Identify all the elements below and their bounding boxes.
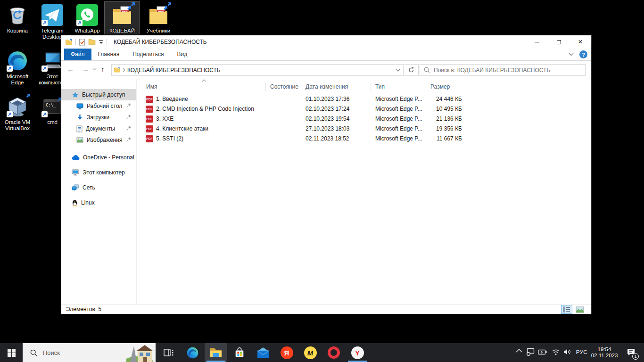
qat-new-folder-button[interactable]: [88, 39, 96, 45]
notification-badge: 1: [632, 353, 639, 360]
window-title: КОДЕБАЙ КИБЕРБЕЗОПАСНОСТЬ: [114, 39, 207, 45]
column-header-modified[interactable]: Дата изменения: [305, 83, 348, 90]
up-button[interactable]: ↑: [101, 65, 105, 74]
desktop-icon-telegram[interactable]: Telegram Desktop: [35, 3, 70, 40]
tray-time: 19:54: [589, 346, 619, 353]
file-size: 19 356 КБ: [409, 125, 462, 132]
volume-icon[interactable]: [563, 348, 571, 355]
file-size: 10 495 КБ: [409, 106, 462, 112]
sidebar-item-label: Этот компьютер: [83, 169, 125, 176]
sidebar-item-linux[interactable]: Linux: [61, 195, 136, 210]
pin-icon: [126, 103, 132, 108]
details-view-button[interactable]: [561, 305, 572, 314]
close-button[interactable]: ×: [570, 35, 591, 49]
thumbnails-view-button[interactable]: [574, 305, 586, 314]
breadcrumb-chevron-icon[interactable]: [123, 68, 125, 72]
explorer-search-input[interactable]: [434, 67, 581, 74]
search-icon: [424, 67, 430, 73]
download-arrow-icon: [76, 114, 83, 121]
sidebar-item-label: Документы: [86, 125, 115, 132]
back-button[interactable]: ←: [67, 65, 74, 74]
column-header-type[interactable]: Тип: [375, 83, 385, 90]
svg-text:C:\_: C:\_: [46, 103, 56, 107]
history-dropdown-icon[interactable]: [92, 68, 97, 71]
sidebar-item-this-pc[interactable]: Этот компьютер: [61, 165, 136, 180]
taskbar-yandex-browser-button[interactable]: Y: [346, 343, 369, 362]
sidebar-item-network[interactable]: Сеть: [61, 180, 136, 195]
sidebar-item-downloads[interactable]: Загрузки: [61, 112, 136, 123]
file-name[interactable]: 5. SSTI (2): [156, 135, 183, 142]
sidebar-item-desktop[interactable]: Рабочий стол: [61, 100, 136, 112]
sidebar-item-label: Загрузки: [87, 114, 109, 121]
desktop-icon-uchebniki[interactable]: PDF Учебники: [141, 3, 176, 34]
qat-properties-button[interactable]: [79, 39, 85, 46]
taskbar-edge-button[interactable]: [181, 343, 204, 362]
desktop-icon-label: Microsoft Edge: [0, 74, 35, 86]
taskbar-search-input[interactable]: [43, 349, 114, 356]
sidebar-item-onedrive[interactable]: OneDrive - Personal: [61, 150, 136, 165]
file-row[interactable]: PDF 4. Клиентские атаки 27.10.2023 18:03…: [137, 124, 591, 134]
tab-view[interactable]: Вид: [170, 49, 194, 60]
refresh-button[interactable]: [405, 64, 419, 76]
file-row[interactable]: PDF 3. XXE 02.10.2023 19:54 Microsoft Ed…: [137, 114, 591, 124]
maximize-button[interactable]: [548, 35, 570, 49]
taskbar-yandex-button[interactable]: Я: [275, 343, 298, 362]
notification-center-button[interactable]: 1: [627, 348, 636, 358]
explorer-window: КОДЕБАЙ КИБЕРБЕЗОПАСНОСТЬ × Файл Главная…: [61, 35, 591, 314]
file-name[interactable]: 1. Введение: [156, 96, 188, 102]
help-button[interactable]: ?: [579, 50, 587, 58]
wifi-icon[interactable]: [552, 349, 560, 355]
whatsapp-icon: [76, 4, 99, 26]
taskbar-search-box[interactable]: [23, 343, 156, 362]
onedrive-cloud-icon: [72, 155, 80, 160]
column-header-status[interactable]: Состояние: [270, 83, 298, 90]
file-name[interactable]: 3. XXE: [156, 115, 173, 122]
desktop-icon-virtualbox[interactable]: Oracle VM VirtualBox: [0, 94, 35, 132]
sidebar-item-quick-access[interactable]: Быстрый доступ: [61, 89, 136, 100]
breadcrumb[interactable]: КОДЕБАЙ КИБЕРБЕЗОПАСНОСТЬ: [127, 67, 221, 74]
display-connect-icon[interactable]: [526, 348, 535, 356]
sidebar-item-label: Рабочий стол: [87, 103, 122, 109]
qat-customize-button[interactable]: [99, 40, 104, 44]
file-name[interactable]: 2. CMD Injection & PHP Code Injection: [156, 106, 254, 112]
tray-expand-icon[interactable]: [516, 348, 522, 353]
taskbar-store-button[interactable]: [228, 343, 251, 362]
collapse-ribbon-button[interactable]: [569, 53, 574, 56]
language-indicator[interactable]: РУС: [576, 349, 587, 355]
sidebar-item-documents[interactable]: Документы: [61, 123, 136, 134]
desktop-icon-kodebay[interactable]: PDF КОДЕБАЙ: [105, 2, 140, 34]
taskbar-opera-button[interactable]: [322, 343, 345, 362]
file-row[interactable]: PDF 5. SSTI (2) 02.11.2023 18:52 Microso…: [137, 134, 591, 144]
tab-share[interactable]: Поделиться: [126, 49, 170, 60]
explorer-search-box[interactable]: [420, 64, 586, 76]
desktop-icon-label: Учебники: [141, 28, 176, 34]
desktop-icon-recycle-bin[interactable]: Корзина: [0, 3, 35, 34]
sidebar-item-pictures[interactable]: Изображения: [61, 134, 136, 146]
tab-file[interactable]: Файл: [64, 49, 91, 60]
document-icon: [76, 125, 83, 132]
taskbar-metro-button[interactable]: M: [299, 343, 322, 362]
file-name[interactable]: 4. Клиентские атаки: [156, 125, 208, 132]
title-bar[interactable]: КОДЕБАЙ КИБЕРБЕЗОПАСНОСТЬ ×: [61, 35, 591, 49]
start-button[interactable]: [0, 343, 23, 362]
pin-icon: [126, 137, 132, 142]
desktop-icon-whatsapp[interactable]: WhatsApp: [70, 3, 105, 34]
forward-button[interactable]: →: [82, 65, 89, 74]
taskbar: Я M Y: [0, 343, 644, 362]
column-header-name[interactable]: Имя: [146, 83, 157, 90]
address-bar[interactable]: КОДЕБАЙ КИБЕРБЕЗОПАСНОСТЬ: [111, 64, 404, 76]
battery-icon[interactable]: [538, 349, 547, 355]
minimize-button[interactable]: [526, 35, 548, 49]
file-size: 24 446 КБ: [409, 96, 462, 102]
tab-home[interactable]: Главная: [91, 49, 126, 60]
desktop-icon-edge[interactable]: Microsoft Edge: [0, 49, 35, 86]
taskbar-mail-button[interactable]: [252, 343, 274, 362]
column-header-size[interactable]: Размер: [430, 83, 450, 90]
taskbar-explorer-button[interactable]: [205, 343, 227, 362]
address-dropdown-icon[interactable]: [396, 69, 400, 72]
file-row[interactable]: PDF 2. CMD Injection & PHP Code Injectio…: [137, 104, 591, 114]
task-view-button[interactable]: [157, 343, 180, 362]
file-row[interactable]: PDF 1. Введение 01.10.2023 17:36 Microso…: [137, 94, 591, 104]
file-modified: 02.11.2023 18:52: [305, 135, 349, 142]
clock[interactable]: 19:54 02.11.2023: [589, 346, 619, 359]
